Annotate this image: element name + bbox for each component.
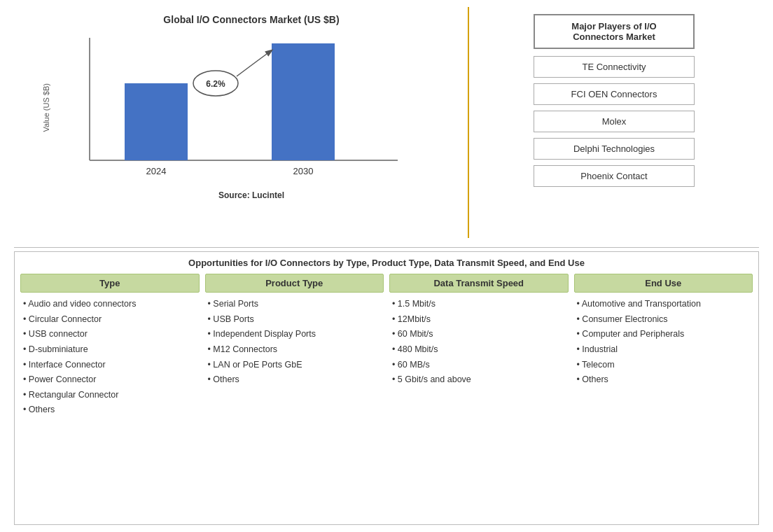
chart-title: Global I/O Connectors Market (US $B) [42, 14, 461, 25]
chart-svg: 2024 2030 6.2% [55, 31, 419, 185]
col-type-header: Type [20, 274, 200, 293]
col-type: Type • Audio and video connectors • Circ… [20, 274, 200, 514]
enduse-item-4: • Telecom [577, 358, 753, 372]
type-item-1: • Circular Connector [23, 312, 200, 327]
col-enduse-items: • Automotive and Transportation • Consum… [574, 297, 753, 388]
col-product-items: • Serial Ports • USB Ports • Independent… [205, 297, 384, 388]
type-item-5: • Power Connector [23, 372, 200, 387]
product-item-2: • Independent Display Ports [208, 327, 384, 342]
enduse-item-1: • Consumer Electronics [577, 312, 753, 327]
page-wrapper: Global I/O Connectors Market (US $B) Val… [0, 0, 773, 532]
annotation-arrow [237, 50, 272, 76]
top-section: Global I/O Connectors Market (US $B) Val… [14, 7, 759, 238]
chart-content: Value (US $B) 2024 2030 6.2% [42, 31, 461, 185]
product-item-4: • LAN or PoE Ports GbE [208, 358, 384, 372]
speed-item-2: • 60 Mbit/s [392, 327, 569, 342]
chart-source: Source: Lucintel [42, 190, 461, 200]
player-te-connectivity: TE Connectivity [534, 56, 695, 78]
speed-item-5: • 5 Gbit/s and above [392, 372, 569, 387]
opportunities-title: Opportunities for I/O Connectors by Type… [20, 258, 753, 268]
bar-2030 [272, 43, 335, 160]
product-item-1: • USB Ports [208, 312, 384, 327]
speed-item-3: • 480 Mbit/s [392, 342, 569, 357]
bar-2024 [125, 83, 188, 160]
right-panel: Major Players of I/O Connectors Market T… [469, 7, 759, 238]
col-type-items: • Audio and video connectors • Circular … [20, 297, 200, 418]
player-delphi: Delphi Technologies [534, 138, 695, 160]
enduse-item-5: • Others [577, 372, 753, 387]
product-item-0: • Serial Ports [208, 297, 384, 312]
type-item-7: • Others [23, 402, 200, 417]
columns-row: Type • Audio and video connectors • Circ… [20, 274, 753, 514]
col-end-use: End Use • Automotive and Transportation … [574, 274, 753, 514]
bar-2024-label: 2024 [146, 166, 167, 176]
type-item-6: • Rectangular Connector [23, 388, 200, 402]
bottom-section: Opportunities for I/O Connectors by Type… [14, 251, 759, 525]
bar-2030-label: 2030 [293, 166, 314, 176]
speed-item-0: • 1.5 Mbit/s [392, 297, 569, 312]
type-item-2: • USB connector [23, 327, 200, 342]
chart-area: Global I/O Connectors Market (US $B) Val… [14, 7, 469, 238]
type-item-3: • D-subminiature [23, 342, 200, 357]
player-molex: Molex [534, 111, 695, 132]
type-item-0: • Audio and video connectors [23, 297, 200, 312]
col-speed-items: • 1.5 Mbit/s • 12Mbit/s • 60 Mbit/s • 48… [389, 297, 569, 388]
product-item-3: • M12 Connectors [208, 342, 384, 357]
enduse-item-2: • Computer and Peripherals [577, 327, 753, 342]
col-enduse-header: End Use [574, 274, 753, 293]
product-item-5: • Others [208, 372, 384, 387]
speed-item-4: • 60 MB/s [392, 358, 569, 372]
col-data-speed: Data Transmit Speed • 1.5 Mbit/s • 12Mbi… [389, 274, 569, 514]
col-speed-header: Data Transmit Speed [389, 274, 569, 293]
col-product-type: Product Type • Serial Ports • USB Ports … [205, 274, 384, 514]
enduse-item-0: • Automotive and Transportation [577, 297, 753, 312]
enduse-item-3: • Industrial [577, 342, 753, 357]
speed-item-1: • 12Mbit/s [392, 312, 569, 327]
major-players-title: Major Players of I/O Connectors Market [534, 14, 695, 49]
player-phoenix: Phoenix Contact [534, 165, 695, 187]
section-divider [14, 247, 759, 248]
y-axis-label: Value (US $B) [42, 83, 50, 132]
annotation-text: 6.2% [206, 79, 225, 89]
type-item-4: • Interface Connector [23, 358, 200, 372]
player-fci-oen: FCI OEN Connectors [534, 83, 695, 105]
col-product-header: Product Type [205, 274, 384, 293]
